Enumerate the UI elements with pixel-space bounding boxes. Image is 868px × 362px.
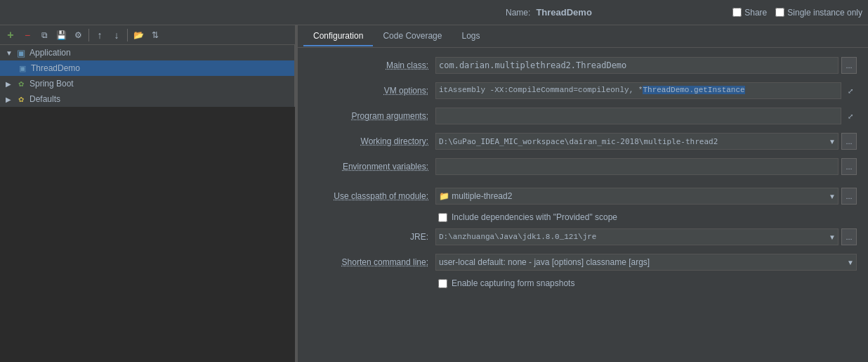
main-class-input[interactable] xyxy=(435,57,839,74)
sidebar-item-application[interactable]: ▼ ▣ Application xyxy=(0,45,294,60)
defaults-icon: ✿ xyxy=(15,93,27,105)
springboot-icon: ✿ xyxy=(15,78,27,89)
working-dir-label: Working directory: xyxy=(309,136,435,146)
tabs-bar: Configuration Code Coverage Logs xyxy=(298,25,868,48)
env-vars-input[interactable] xyxy=(435,158,839,175)
classpath-select-wrapper: 📁 multiple-thread2 ▼ xyxy=(435,188,839,205)
enable-capturing-label: Enable capturing form snapshots xyxy=(452,278,574,288)
vm-options-input-wrapper[interactable]: itAssembly -XX:CompileCommand=compileonl… xyxy=(435,82,841,99)
arrow-down-icon: ▼ xyxy=(6,49,13,57)
classpath-label: Use classpath of module: xyxy=(309,191,435,201)
tab-logs[interactable]: Logs xyxy=(452,27,489,46)
include-deps-label: Include dependencies with "Provided" sco… xyxy=(452,212,617,222)
working-dir-input[interactable] xyxy=(435,133,839,150)
sidebar-item-springboot[interactable]: ▶ ✿ Spring Boot xyxy=(0,76,294,91)
sidebar-label-threaddemo: ThreadDemo xyxy=(31,63,80,73)
enable-capturing-checkbox[interactable] xyxy=(438,279,447,288)
sidebar-label-application: Application xyxy=(29,48,71,58)
single-instance-label: Single instance only xyxy=(787,8,862,18)
sort-button[interactable]: ⇅ xyxy=(147,27,163,43)
arrow-right-icon: ▶ xyxy=(6,80,13,88)
shorten-cmd-label: Shorten command line: xyxy=(309,257,435,267)
shorten-cmd-select-wrapper: user-local default: none - java [options… xyxy=(435,254,857,271)
jre-browse-button[interactable]: ... xyxy=(841,228,857,245)
move-down-button[interactable]: ↓ xyxy=(109,27,124,43)
tab-code-coverage[interactable]: Code Coverage xyxy=(373,27,452,46)
env-vars-control: ... xyxy=(435,158,857,175)
shorten-cmd-control: user-local default: none - java [options… xyxy=(435,254,857,271)
program-args-row: Program arguments: ⤢ xyxy=(309,107,857,125)
working-dir-control: ▼ ... xyxy=(435,133,857,150)
single-instance-checkbox-group[interactable]: Single instance only xyxy=(775,8,862,18)
shorten-cmd-row: Shorten command line: user-local default… xyxy=(309,253,857,271)
right-panel: Configuration Code Coverage Logs Main cl… xyxy=(298,25,868,362)
jre-input[interactable] xyxy=(435,228,839,245)
jre-row: JRE: ▼ ... xyxy=(309,228,857,246)
vm-options-row: VM options: itAssembly -XX:CompileComman… xyxy=(309,82,857,100)
program-args-label: Program arguments: xyxy=(309,111,435,121)
sidebar-item-threaddemo[interactable]: ▣ ThreadDemo xyxy=(0,60,294,76)
main-class-label: Main class: xyxy=(309,60,435,70)
main-class-row: Main class: ... xyxy=(309,56,857,75)
working-dir-select-wrapper: ▼ xyxy=(435,133,839,150)
vm-options-highlight: ThreadDemo.getInstance xyxy=(643,86,744,94)
classpath-row: Use classpath of module: 📁 multiple-thre… xyxy=(309,187,857,205)
settings-button[interactable]: ⚙ xyxy=(70,27,86,43)
left-toolbar: + − ⧉ 💾 ⚙ ↑ ↓ 📂 ⇅ xyxy=(0,25,295,45)
application-icon: ▣ xyxy=(15,47,27,58)
vm-options-label: VM options: xyxy=(309,86,435,96)
threaddemo-icon: ▣ xyxy=(17,63,28,74)
vm-options-prefix: itAssembly -XX:CompileCommand=compileonl… xyxy=(439,86,643,94)
sidebar-label-defaults: Defaults xyxy=(29,94,60,104)
shorten-cmd-select[interactable]: user-local default: none - java [options… xyxy=(435,254,857,271)
classpath-browse-button[interactable]: ... xyxy=(841,188,857,205)
toolbar-divider-2 xyxy=(127,29,128,41)
env-vars-row: Environment variables: ... xyxy=(309,157,857,176)
include-deps-checkbox[interactable] xyxy=(438,213,447,222)
program-args-expand-button[interactable]: ⤢ xyxy=(844,108,857,124)
move-up-button[interactable]: ↑ xyxy=(92,27,107,43)
program-args-control: ⤢ xyxy=(435,108,857,124)
main-class-control: ... xyxy=(435,57,857,74)
sidebar-tree: ▼ ▣ Application ▣ ThreadDemo ▶ ✿ Spring … xyxy=(0,45,295,107)
sidebar-item-defaults[interactable]: ▶ ✿ Defaults xyxy=(0,91,294,107)
copy-config-button[interactable]: ⧉ xyxy=(37,27,52,43)
classpath-control: 📁 multiple-thread2 ▼ ... xyxy=(435,188,857,205)
vm-options-text: itAssembly -XX:CompileCommand=compileonl… xyxy=(436,83,841,98)
share-checkbox[interactable] xyxy=(732,8,742,17)
share-label: Share xyxy=(744,8,767,18)
sidebar-label-springboot: Spring Boot xyxy=(29,79,74,89)
left-panel: + − ⧉ 💾 ⚙ ↑ ↓ 📂 ⇅ ▼ ▣ Application ▣ Thre… xyxy=(0,25,295,362)
jre-label: JRE: xyxy=(309,232,435,242)
working-dir-row: Working directory: ▼ ... xyxy=(309,132,857,150)
folder-button[interactable]: 📂 xyxy=(131,27,146,43)
toolbar-right: Share Single instance only xyxy=(732,8,862,18)
env-vars-label: Environment variables: xyxy=(309,162,435,172)
env-vars-browse-button[interactable]: ... xyxy=(841,158,857,175)
program-args-input[interactable] xyxy=(435,108,841,124)
main-class-browse-button[interactable]: ... xyxy=(841,57,857,74)
jre-select-wrapper: ▼ xyxy=(435,228,839,245)
main-content: + − ⧉ 💾 ⚙ ↑ ↓ 📂 ⇅ ▼ ▣ Application ▣ Thre… xyxy=(0,25,868,362)
add-config-button[interactable]: + xyxy=(3,27,18,43)
enable-capturing-row: Enable capturing form snapshots xyxy=(309,278,857,288)
name-label: Name: xyxy=(506,8,530,18)
single-instance-checkbox[interactable] xyxy=(775,8,784,17)
toolbar-divider xyxy=(88,29,89,41)
save-config-button[interactable]: 💾 xyxy=(53,27,69,43)
vm-options-expand-button[interactable]: ⤢ xyxy=(844,82,857,99)
classpath-select[interactable]: 📁 multiple-thread2 xyxy=(435,188,839,205)
name-value: ThreadDemo xyxy=(536,7,591,18)
tab-configuration[interactable]: Configuration xyxy=(303,27,373,46)
include-deps-row: Include dependencies with "Provided" sco… xyxy=(309,212,857,222)
jre-control: ▼ ... xyxy=(435,228,857,245)
main-toolbar: Name: ThreadDemo Share Single instance o… xyxy=(0,0,868,25)
remove-config-button[interactable]: − xyxy=(20,27,35,43)
arrow-right-icon-2: ▶ xyxy=(6,96,13,103)
share-checkbox-group[interactable]: Share xyxy=(732,8,767,18)
vm-options-control: itAssembly -XX:CompileCommand=compileonl… xyxy=(435,82,857,99)
form-area: Main class: ... VM options: itAssembly -… xyxy=(298,48,868,362)
working-dir-browse-button[interactable]: ... xyxy=(841,133,857,150)
name-area: Name: ThreadDemo xyxy=(369,7,729,18)
